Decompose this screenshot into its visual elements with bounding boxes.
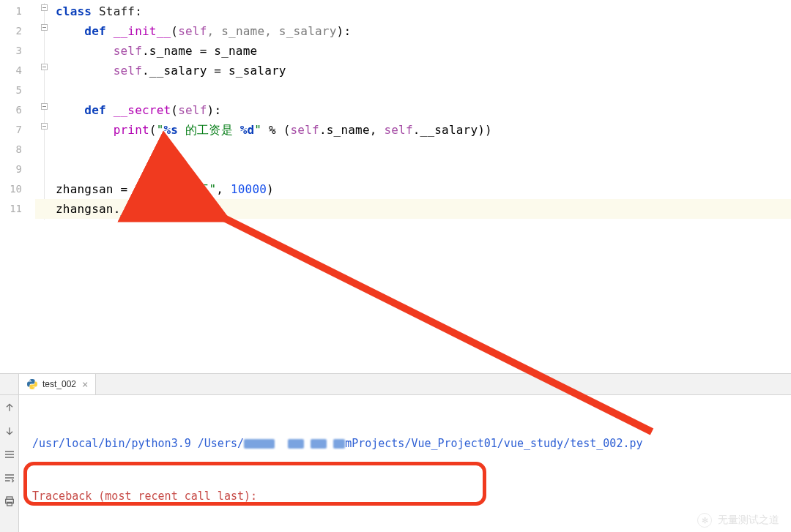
fmt: %s — [164, 123, 179, 137]
scroll-down-icon[interactable] — [3, 424, 16, 438]
line-number: 9 — [0, 160, 35, 179]
class-ref: Staff — [135, 182, 171, 196]
line-number: 3 — [0, 41, 35, 61]
method-name: __init__ — [114, 24, 171, 38]
line-number: 6 — [0, 100, 35, 120]
print-icon[interactable] — [3, 495, 16, 508]
self: self — [384, 123, 412, 137]
caret — [193, 203, 194, 217]
code-area[interactable]: class Staff: def __init__(self, s_name, … — [35, 0, 791, 373]
run-tab-label: test_002 — [42, 379, 76, 389]
redacted — [244, 439, 275, 449]
interpreter-path: /usr/local/bin/python3.9 — [32, 437, 191, 450]
keyword-def: def — [84, 24, 106, 38]
fmt: %d — [240, 123, 255, 137]
builtin-print: print — [114, 123, 149, 137]
python-file-icon — [26, 378, 38, 390]
run-tabs-bar: test_002 × — [0, 373, 791, 395]
self: self — [114, 64, 142, 78]
attr: s_name — [327, 123, 370, 137]
editor-pane: 1 2 3 4 5 6 7 8 9 10 11 class Staff: def… — [0, 0, 791, 373]
script-path-start: /Users/ — [198, 437, 244, 450]
number-arg: 10000 — [231, 182, 267, 196]
param-self: self — [178, 24, 207, 38]
line-number: 8 — [0, 140, 35, 160]
self: self — [291, 123, 319, 137]
keyword-class: class — [56, 4, 92, 18]
console-pane: /usr/local/bin/python3.9 /Users/ mProjec… — [0, 395, 791, 532]
console-tool-gutter — [0, 395, 19, 532]
close-icon[interactable]: × — [82, 378, 88, 390]
method-name: __secret — [114, 103, 171, 117]
line-number: 4 — [0, 61, 35, 80]
var: s_salary — [229, 64, 286, 78]
params: , s_name, s_salary — [207, 24, 337, 38]
str: 的工资是 — [178, 123, 239, 137]
tabs-gutter — [0, 374, 19, 394]
script-path-end: mProjects/Vue_Project01/vue_study/test_0… — [345, 437, 642, 450]
var: s_name — [214, 44, 257, 58]
line-number: 7 — [0, 120, 35, 140]
attr: __salary — [149, 64, 207, 78]
scroll-to-end-icon[interactable] — [3, 471, 16, 484]
var: zhangsan — [56, 182, 114, 196]
current-line: zhangsan.__secret() — [35, 199, 791, 219]
line-number-gutter: 1 2 3 4 5 6 7 8 9 10 11 — [0, 0, 35, 373]
watermark-text: 无量测试之道 — [718, 514, 779, 527]
line-number: 5 — [0, 80, 35, 100]
line-number: 2 — [0, 21, 35, 41]
soft-wrap-icon[interactable] — [3, 448, 16, 461]
attr: __salary — [420, 123, 478, 137]
redacted — [333, 439, 345, 449]
self: self — [114, 44, 142, 58]
wechat-icon: ✻ — [697, 513, 712, 528]
console-output[interactable]: /usr/local/bin/python3.9 /Users/ mProjec… — [19, 395, 791, 532]
watermark: ✻ 无量测试之道 — [697, 513, 779, 528]
traceback-header: Traceback (most recent call last): — [32, 487, 785, 505]
scroll-up-icon[interactable] — [3, 401, 16, 414]
method-call: __secret — [121, 202, 179, 216]
attr: s_name — [149, 44, 193, 58]
class-name: Staff — [99, 4, 135, 18]
param-self: self — [178, 103, 207, 117]
redacted — [288, 439, 304, 449]
keyword-def: def — [84, 103, 106, 117]
var: zhangsan — [56, 202, 114, 216]
string-arg: "张三" — [178, 182, 216, 196]
line-number: 11 — [0, 199, 35, 219]
redacted — [311, 439, 327, 449]
line-number: 1 — [0, 1, 35, 21]
line-number: 10 — [0, 179, 35, 199]
run-tab[interactable]: test_002 × — [19, 374, 96, 394]
